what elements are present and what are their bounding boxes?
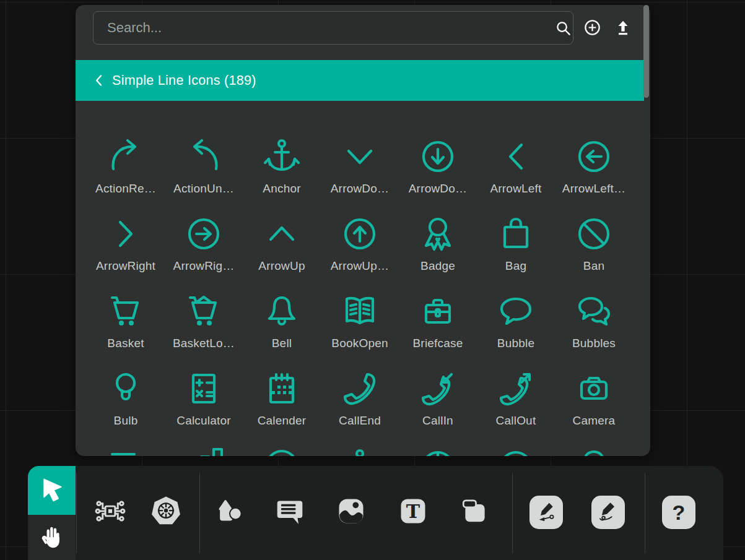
badge-icon [418, 214, 458, 254]
icon-grid-item[interactable]: ArrowLeft… [555, 137, 633, 214]
library-header[interactable]: Simple Line Icons (189) [76, 60, 644, 101]
icon-grid-item[interactable]: Bulb [87, 369, 165, 446]
icon-label: ArrowUp… [331, 259, 390, 273]
icon-grid-item[interactable]: ActionRe… [87, 137, 165, 214]
bubbles-icon [574, 291, 614, 331]
icon-label: Anchor [263, 182, 300, 196]
icon-grid-item[interactable]: Anchor [243, 137, 321, 214]
icon-grid-item[interactable] [399, 446, 477, 456]
icon-grid-item[interactable]: Bell [243, 291, 321, 369]
camera-icon [574, 369, 614, 408]
icon-grid-item[interactable]: Calender [243, 369, 321, 446]
icon-label: Badge [420, 259, 455, 273]
comment-tool[interactable] [271, 494, 308, 531]
icon-label: Bubbles [572, 337, 616, 350]
action-undo-icon [184, 137, 224, 176]
icon-label: ArrowDo… [409, 182, 468, 196]
icon-grid-item[interactable]: ArrowRight [87, 214, 165, 291]
icon-grid-item[interactable]: ActionUn… [165, 137, 243, 214]
icon-grid-item[interactable]: ArrowDo… [399, 137, 477, 214]
add-library-button[interactable] [582, 19, 602, 38]
basket-loaded-icon [184, 291, 224, 331]
text-icon: T [397, 495, 429, 530]
icon-grid-item[interactable]: Basket [87, 291, 165, 369]
help-button[interactable]: ? [662, 496, 695, 529]
shapes-icon [215, 495, 247, 530]
icon-label: BookOpen [331, 337, 388, 350]
bag-icon [496, 214, 536, 254]
kubernetes-shapes-tool[interactable] [147, 494, 185, 531]
connector-pen-tool[interactable] [529, 496, 563, 529]
canvas[interactable]: { "search": { "placeholder": "Search..."… [0, 0, 745, 560]
icon-grid-item[interactable]: Ban [555, 214, 633, 291]
icon-library-panel: Simple Line Icons (189) ActionRe…ActionU… [76, 5, 650, 456]
library-title: Simple Line Icons (189) [112, 73, 256, 88]
arrow-left-circle-icon [574, 137, 614, 176]
note-icon [460, 496, 490, 529]
icon-grid-item[interactable]: BasketLo… [165, 291, 243, 369]
icon-grid-item[interactable]: CallIn [399, 369, 477, 446]
pan-tool[interactable] [28, 515, 76, 560]
calculator-icon [184, 369, 224, 408]
icon-label: Camera [573, 414, 616, 428]
icon-grid-item[interactable]: Badge [399, 214, 477, 291]
scrollbar-thumb[interactable] [643, 5, 649, 98]
arrow-left-icon [496, 137, 536, 176]
chevron-left-icon[interactable] [94, 74, 103, 87]
icon-grid-item[interactable]: ArrowLeft [477, 137, 555, 214]
icon-grid-item[interactable]: ArrowDo… [321, 137, 399, 214]
icon-label: Bell [272, 337, 292, 350]
toolbar-divider [76, 473, 77, 553]
icon-label: ActionUn… [173, 182, 234, 196]
question-mark-icon: ? [673, 502, 686, 523]
toolbar-divider [512, 473, 513, 553]
upload-button[interactable] [613, 19, 633, 38]
bell-icon [262, 291, 302, 331]
icon-grid-item[interactable] [555, 446, 633, 456]
icon-grid-item[interactable] [321, 446, 399, 456]
icon-label: CallEnd [339, 414, 381, 428]
svg-text:T: T [406, 501, 420, 522]
select-tool[interactable] [28, 466, 76, 515]
icon-grid-item[interactable]: BookOpen [321, 291, 399, 369]
bulb-icon [106, 369, 146, 408]
icon-grid-item[interactable]: Briefcase [399, 291, 477, 369]
icon-label: Bubble [497, 337, 534, 350]
icon-grid-item[interactable]: Calculator [165, 369, 243, 446]
circuit-icon [93, 494, 128, 531]
network-shapes-tool[interactable] [92, 494, 129, 531]
image-tool[interactable] [333, 494, 370, 531]
icon-label: Basket [107, 337, 144, 350]
arrow-up-circle-icon [340, 214, 380, 254]
basket-icon [106, 291, 146, 331]
icon-grid-item[interactable] [87, 446, 165, 456]
icon-label: Bulb [114, 414, 138, 428]
freehand-draw-tool[interactable] [591, 496, 625, 529]
icon-grid-item[interactable]: ArrowRig… [165, 214, 243, 291]
icon-grid-item[interactable]: Bubbles [555, 291, 633, 369]
icon-grid-item[interactable]: ArrowUp [243, 214, 321, 291]
icon-grid-item[interactable] [477, 446, 555, 456]
icon-label: CallOut [496, 414, 536, 428]
icon-grid-item[interactable]: Camera [555, 369, 633, 446]
note-tool[interactable] [456, 494, 494, 531]
briefcase-icon [418, 291, 458, 331]
icon-grid-item[interactable]: Bag [477, 214, 555, 291]
shapes-tool[interactable] [212, 494, 250, 531]
icon-grid-item[interactable]: CallOut [477, 369, 555, 446]
icon-grid-item[interactable]: ArrowUp… [321, 214, 399, 291]
icon-grid-item[interactable] [165, 446, 243, 456]
toolbar-divider [645, 473, 645, 553]
icon-grid-item[interactable] [243, 446, 321, 456]
icon-grid-item[interactable]: Bubble [477, 291, 555, 369]
icon-label: ArrowDo… [331, 182, 390, 196]
icon-label: Calender [258, 414, 307, 428]
icon-label: ActionRe… [95, 182, 156, 196]
icon-label: ArrowLeft [490, 182, 541, 196]
icon-grid-item[interactable]: CallEnd [321, 369, 399, 446]
search-input[interactable] [93, 11, 573, 45]
text-tool[interactable]: T [394, 494, 432, 531]
partial-chart-icon [184, 446, 224, 456]
icon-label: ArrowLeft… [562, 182, 625, 196]
icon-label: ArrowRight [96, 259, 155, 273]
